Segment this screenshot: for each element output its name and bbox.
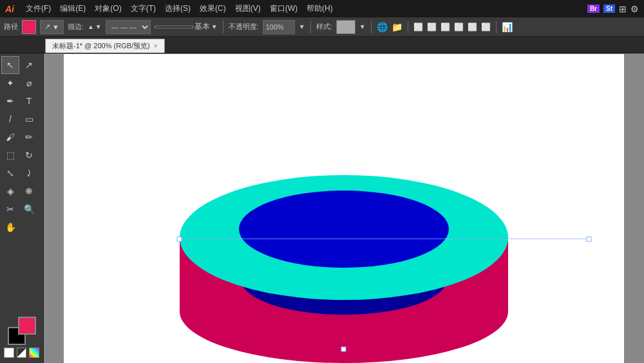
canvas: [64, 54, 624, 363]
stroke-up-btn[interactable]: ▲: [88, 23, 94, 30]
artwork-canvas: [64, 54, 624, 363]
align-middle-icon[interactable]: ⬜: [468, 23, 477, 32]
svg-point-7: [239, 191, 449, 268]
tool-symbol-spray[interactable]: ❋: [20, 182, 38, 200]
menu-item-w[interactable]: 窗口(W): [266, 2, 301, 15]
svg-rect-9: [177, 237, 182, 241]
style-preview[interactable]: [336, 20, 355, 34]
left-toolbar: ↖↗✦⌀✒T/▭🖌✏⬚↻⤡⤸◈❋✂🔍✋: [0, 53, 44, 363]
menu-item-e[interactable]: 编辑(E): [56, 2, 90, 15]
tool-type[interactable]: T: [20, 92, 38, 110]
menu-item-t[interactable]: 文字(T): [127, 2, 160, 15]
tool-warp[interactable]: ⤸: [20, 164, 38, 182]
tool-eraser[interactable]: ⬚: [1, 146, 19, 164]
tool-lasso[interactable]: ⌀: [20, 74, 38, 92]
menu-item-h[interactable]: 帮助(H): [303, 2, 337, 15]
menu-item-c[interactable]: 效果(C): [196, 2, 230, 15]
svg-rect-11: [341, 347, 346, 351]
fill-color-swatch[interactable]: [22, 20, 36, 34]
tool-slice[interactable]: ✂: [1, 200, 19, 218]
menu-item-f[interactable]: 文件(F): [22, 2, 55, 15]
stroke-line-dropdown[interactable]: ▼: [211, 23, 218, 30]
tools-container: ↖↗✦⌀✒T/▭🖌✏⬚↻⤡⤸◈❋✂🔍✋: [1, 56, 42, 236]
menu-item-o[interactable]: 对象(O): [91, 2, 125, 15]
menu-bar: 文件(F)编辑(E)对象(O)文字(T)选择(S)效果(C)视图(V)窗口(W)…: [22, 2, 337, 15]
stroke-line-label: 基本: [194, 21, 210, 32]
tool-line[interactable]: /: [1, 110, 19, 128]
align-center-icon[interactable]: ⬜: [427, 23, 437, 32]
style-dropdown[interactable]: ▼: [359, 23, 366, 30]
opacity-dropdown[interactable]: ▼: [299, 23, 305, 30]
tab-title: 未标题-1* @ 200% (RGB/预览): [52, 41, 150, 51]
align-left-icon[interactable]: ⬜: [413, 23, 423, 32]
options-toolbar: 路径 ↗ ▼ 描边: ▲ ▼ — — — 基本 ▼ 不透明度: ▼ 样式: ▼ …: [0, 17, 644, 37]
tool-paintbrush[interactable]: 🖌: [1, 128, 19, 146]
none-swatch[interactable]: [4, 348, 14, 358]
pattern-swatch[interactable]: [29, 348, 39, 358]
tool-graph[interactable]: ◈: [1, 182, 19, 200]
document-tab[interactable]: 未标题-1* @ 200% (RGB/预览) ×: [45, 39, 165, 53]
grid-icon[interactable]: ⊞: [619, 4, 627, 14]
folder-icon[interactable]: 📁: [392, 22, 402, 32]
style-label: 样式:: [316, 22, 332, 32]
color-swatches: [1, 314, 42, 360]
globe-icon[interactable]: 🌐: [377, 22, 388, 32]
path-label: 路径: [4, 22, 18, 32]
align-bottom-icon[interactable]: ⬜: [481, 23, 491, 32]
menu-item-v[interactable]: 视图(V): [231, 2, 265, 15]
align-right-icon[interactable]: ⬜: [440, 23, 450, 32]
gradient-swatch[interactable]: [17, 348, 27, 358]
opacity-input[interactable]: [263, 20, 295, 34]
tool-magic-wand[interactable]: ✦: [1, 74, 19, 92]
tool-direct-selection[interactable]: ↗: [20, 56, 38, 74]
chart-icon[interactable]: 📊: [502, 22, 513, 32]
st-icon[interactable]: St: [603, 5, 615, 13]
main-area: ↖↗✦⌀✒T/▭🖌✏⬚↻⤡⤸◈❋✂🔍✋: [0, 53, 644, 363]
stroke-line-preview: [155, 26, 193, 28]
tab-bar: 未标题-1* @ 200% (RGB/预览) ×: [0, 37, 644, 53]
swatch-stack: [8, 317, 36, 345]
stroke-label: 描边:: [68, 22, 84, 32]
br-icon[interactable]: Br: [587, 5, 600, 13]
svg-rect-10: [587, 237, 591, 241]
stroke-arrow-icon: ↗: [44, 23, 50, 31]
opacity-label: 不透明度:: [229, 22, 259, 32]
title-bar: Ai 文件(F)编辑(E)对象(O)文字(T)选择(S)效果(C)视图(V)窗口…: [0, 0, 644, 17]
tool-rotate[interactable]: ↻: [20, 146, 38, 164]
search-icon[interactable]: ⚙: [630, 4, 639, 14]
tool-pencil[interactable]: ✏: [20, 128, 38, 146]
stroke-arrow-btn[interactable]: ↗ ▼: [40, 20, 64, 34]
fill-swatch[interactable]: [18, 317, 36, 335]
align-top-icon[interactable]: ⬜: [454, 23, 464, 32]
stroke-select[interactable]: — — —: [106, 20, 151, 34]
tool-pen[interactable]: ✒: [1, 92, 19, 110]
tab-close-btn[interactable]: ×: [154, 42, 158, 50]
tool-selection[interactable]: ↖: [1, 56, 19, 74]
tool-rectangle[interactable]: ▭: [20, 110, 38, 128]
ai-logo: Ai: [5, 4, 14, 14]
tool-scale[interactable]: ⤡: [1, 164, 19, 182]
menu-item-s[interactable]: 选择(S): [161, 2, 194, 15]
tool-hand[interactable]: ✋: [1, 218, 19, 236]
stroke-down-btn[interactable]: ▼: [95, 23, 102, 30]
canvas-area[interactable]: [44, 53, 644, 363]
tool-zoom[interactable]: 🔍: [20, 200, 38, 218]
stroke-arrow-down: ▼: [52, 23, 59, 31]
